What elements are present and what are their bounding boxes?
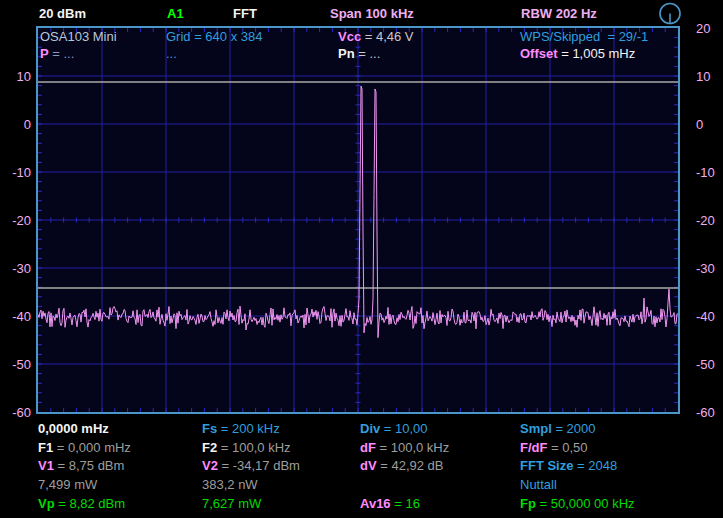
axis-label: -50	[696, 357, 723, 372]
ellipsis-readout: ...	[166, 46, 177, 62]
axis-label: 0	[696, 117, 723, 132]
axis-label: -30	[696, 261, 723, 276]
v1-watts-readout: 7,499 mW	[38, 476, 97, 494]
osa103-spectrum-analyzer-window: 20 dBm A1 FFT Span 100 kHz RBW 202 Hz OS…	[0, 0, 723, 518]
v2-watts-readout: 383,2 nW	[202, 476, 258, 494]
axis-label: 20	[696, 21, 723, 36]
mode-readout: FFT	[233, 6, 257, 21]
axis-label: -30	[0, 261, 31, 276]
grid-size-readout: Grid = 640 x 384	[166, 29, 262, 45]
top-bar: 20 dBm A1 FFT Span 100 kHz RBW 202 Hz	[0, 0, 723, 26]
f1-readout: F1 = 0,000 mHz	[38, 439, 131, 457]
axis-label: -10	[0, 165, 31, 180]
span-readout: Span 100 kHz	[330, 6, 414, 21]
fft-size-readout: FFT Size = 2048	[520, 457, 617, 475]
axis-label: 0	[0, 117, 31, 132]
v1-readout: V1 = 8,75 dBm	[38, 457, 124, 475]
axis-label: -60	[696, 405, 723, 420]
v2-readout: V2 = -34,17 dBm	[202, 457, 300, 475]
axis-label: -20	[0, 213, 31, 228]
axis-label: -40	[0, 309, 31, 324]
axis-label: -50	[0, 357, 31, 372]
pn-readout: Pn = ...	[338, 46, 380, 62]
window-readout: Nuttall	[520, 476, 557, 494]
plot-frame	[36, 26, 680, 414]
axis-label: -10	[696, 165, 723, 180]
axis-label: 10	[696, 69, 723, 84]
fp-readout: Fp = 50,000 00 kHz	[520, 495, 635, 513]
device-name: OSA103 Mini	[40, 29, 117, 45]
axis-label: -60	[0, 405, 31, 420]
center-freq-readout: 0,0000 mHz	[38, 420, 109, 438]
axis-label: -40	[696, 309, 723, 324]
axis-label: -20	[696, 213, 723, 228]
offset-readout: Offset = 1,005 mHz	[520, 46, 635, 62]
f2-readout: F2 = 100,0 kHz	[202, 439, 291, 457]
div-readout: Div = 10,00	[360, 420, 428, 438]
reference-level-readout: 20 dBm	[39, 6, 86, 21]
fs-readout: Fs = 200 kHz	[202, 420, 280, 438]
wps-skipped-readout: WPS/Skipped = 29/-1	[520, 29, 648, 45]
channel-indicator: A1	[167, 6, 184, 21]
dv-readout: dV = 42,92 dB	[360, 457, 444, 475]
axis-label: 10	[0, 69, 31, 84]
vp-watts-readout: 7,627 mW	[202, 495, 261, 513]
spectrum-plot[interactable]	[38, 28, 678, 412]
rbw-readout: RBW 202 Hz	[521, 6, 597, 21]
smpl-readout: Smpl = 2000	[520, 420, 596, 438]
df-readout: dF = 100,0 kHz	[360, 439, 449, 457]
vp-readout: Vp = 8,82 dBm	[38, 495, 125, 513]
average-readout: Av16 = 16	[360, 495, 420, 513]
marker-p-readout: P = ...	[40, 46, 74, 62]
vcc-readout: Vcc = 4,46 V	[338, 29, 414, 45]
fdf-readout: F/dF = 0,50	[520, 439, 588, 457]
busy-indicator-icon	[658, 2, 682, 26]
